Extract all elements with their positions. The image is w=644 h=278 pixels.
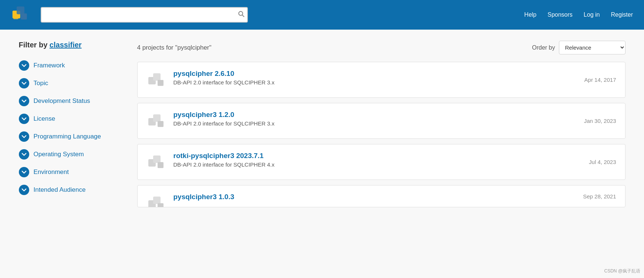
sidebar-item-development-status[interactable]: Development Status [19,92,122,110]
chevron-icon-intended-audience [19,185,29,195]
nav-login[interactable]: Log in [584,11,600,18]
package-name-1[interactable]: pysqlcipher3 1.2.0 [173,111,235,118]
package-card-3: pysqlcipher3 1.0.3 Sep 28, 2021 [137,185,626,207]
package-icon-2 [146,152,167,172]
svg-rect-16 [153,197,161,204]
svg-rect-1 [17,7,24,14]
chevron-icon-operating-system [19,149,29,160]
package-desc-1: DB-API 2.0 interface for SQLCIPHER 3.x [173,120,577,127]
sidebar-item-environment[interactable]: Environment [19,163,122,181]
sidebar-label-license: License [34,115,55,123]
package-card-0: pysqlcipher 2.6.10 DB-API 2.0 interface … [137,62,626,98]
svg-rect-7 [153,73,161,81]
package-name-0[interactable]: pysqlcipher 2.6.10 [173,70,235,77]
main-container: Filter by classifier Framework Topic Dev… [8,41,637,212]
svg-rect-13 [153,155,161,163]
sidebar-label-development-status: Development Status [34,97,90,105]
header-nav: Help Sponsors Log in Register [524,11,633,18]
search-button[interactable] [237,10,245,20]
sidebar-item-framework[interactable]: Framework [19,57,122,74]
header: pysqlcipher Help Sponsors Log in Registe… [0,0,644,30]
package-desc-2: DB-API 2.0 interface for SQLCIPHER 4.x [173,161,583,168]
order-by-area: Order by Relevance Date Name [532,41,625,54]
chevron-icon-environment [19,167,29,177]
svg-rect-11 [158,121,163,127]
package-icon-1 [146,111,167,131]
sidebar-label-environment: Environment [34,168,69,176]
package-icon-3 [146,193,167,207]
svg-rect-17 [158,203,163,207]
package-info-1: pysqlcipher3 1.2.0 DB-API 2.0 interface … [173,111,577,127]
svg-rect-10 [153,114,161,122]
package-card-2: rotki-pysqlcipher3 2023.7.1 DB-API 2.0 i… [137,144,626,180]
order-by-label: Order by [532,44,555,51]
filter-heading: Filter by classifier [19,41,122,49]
package-name-2[interactable]: rotki-pysqlcipher3 2023.7.1 [173,152,264,160]
svg-rect-3 [13,14,18,20]
package-date-2: Jul 4, 2023 [589,159,616,165]
chevron-icon-programming-language [19,131,29,142]
package-info-0: pysqlcipher 2.6.10 DB-API 2.0 interface … [173,70,578,86]
package-icon-0 [146,70,167,90]
chevron-icon-framework [19,60,29,71]
svg-rect-14 [158,162,163,168]
chevron-icon-development-status [19,96,29,106]
nav-register[interactable]: Register [611,11,633,18]
sidebar-item-topic[interactable]: Topic [19,74,122,92]
svg-rect-2 [21,13,27,20]
sidebar-item-programming-language[interactable]: Programming Language [19,128,122,145]
package-date-3: Sep 28, 2021 [583,193,616,200]
search-wrapper: pysqlcipher [41,7,248,23]
svg-rect-8 [158,80,163,86]
results-header: 4 projects for "pysqlcipher" Order by Re… [137,41,626,54]
sidebar-label-programming-language: Programming Language [34,133,101,140]
package-desc-0: DB-API 2.0 interface for SQLCIPHER 3.x [173,79,578,86]
package-card-1: pysqlcipher3 1.2.0 DB-API 2.0 interface … [137,103,626,139]
sidebar-item-intended-audience[interactable]: Intended Audience [19,181,122,199]
sidebar-label-operating-system: Operating System [34,151,84,158]
sidebar: Filter by classifier Framework Topic Dev… [19,41,122,212]
sidebar-label-intended-audience: Intended Audience [34,186,86,194]
package-info-3: pysqlcipher3 1.0.3 [173,193,577,201]
sidebar-label-topic: Topic [34,80,48,87]
svg-line-5 [242,15,244,17]
chevron-icon-license [19,114,29,124]
package-name-3[interactable]: pysqlcipher3 1.0.3 [173,193,235,201]
logo[interactable] [11,4,33,26]
nav-sponsors[interactable]: Sponsors [547,11,573,18]
chevron-icon-topic [19,78,29,88]
order-select[interactable]: Relevance Date Name [559,41,626,54]
sidebar-item-operating-system[interactable]: Operating System [19,145,122,163]
package-date-0: Apr 14, 2017 [584,77,616,83]
nav-help[interactable]: Help [524,11,536,18]
package-info-2: rotki-pysqlcipher3 2023.7.1 DB-API 2.0 i… [173,152,583,168]
sidebar-label-framework: Framework [34,62,65,69]
package-date-1: Jan 30, 2023 [584,118,616,124]
content-area: 4 projects for "pysqlcipher" Order by Re… [137,41,626,212]
sidebar-item-license[interactable]: License [19,110,122,128]
search-input[interactable]: pysqlcipher [41,7,248,23]
classifier-link[interactable]: classifier [50,41,82,49]
results-count: 4 projects for "pysqlcipher" [137,44,212,51]
